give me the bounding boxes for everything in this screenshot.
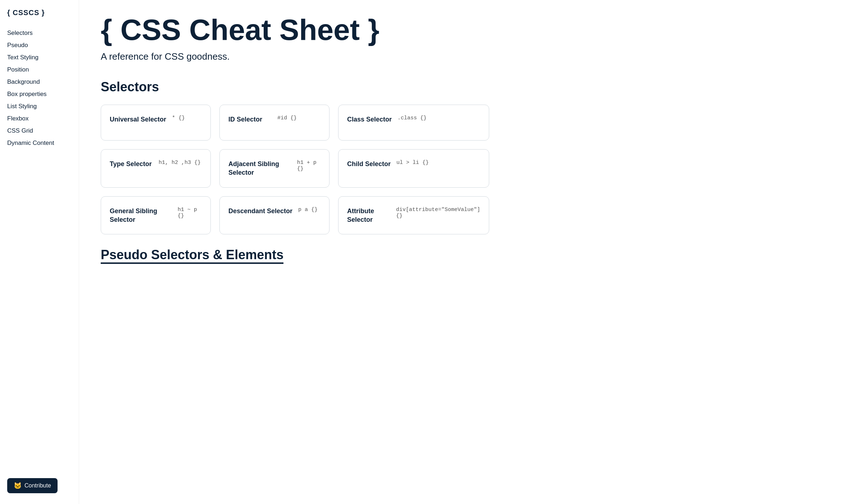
card-code: div[attribute="SomeValue"] {} bbox=[396, 207, 480, 219]
sidebar-item-box-properties[interactable]: Box properties bbox=[7, 88, 72, 100]
contribute-button[interactable]: 🐱 Contribute bbox=[7, 478, 58, 493]
cat-icon: 🐱 bbox=[14, 482, 22, 490]
selector-card: Descendant Selectorp a {} bbox=[219, 196, 329, 235]
selectors-section: Selectors Universal Selector* {}ID Selec… bbox=[101, 79, 489, 234]
selector-card: Class Selector.class {} bbox=[338, 105, 489, 141]
sidebar-nav: SelectorsPseudoText StylingPositionBackg… bbox=[7, 27, 72, 149]
main-content: { CSS Cheat Sheet } A reference for CSS … bbox=[79, 0, 511, 504]
sidebar-item-text-styling[interactable]: Text Styling bbox=[7, 51, 72, 64]
sidebar-logo: { CSSCS } bbox=[7, 9, 72, 17]
code-line: #id {} bbox=[277, 115, 297, 121]
selector-card: Adjacent Sibling Selectorh1 + p {} bbox=[219, 149, 329, 188]
card-title: Adjacent Sibling Selector bbox=[228, 160, 291, 177]
pseudo-section-title: Pseudo Selectors & Elements bbox=[101, 247, 489, 264]
card-title: General Sibling Selector bbox=[110, 207, 172, 224]
card-code: .class {} bbox=[397, 115, 427, 121]
card-code: p a {} bbox=[298, 207, 318, 213]
card-code: h1 ~ p {} bbox=[178, 207, 202, 219]
sidebar-item-background[interactable]: Background bbox=[7, 76, 72, 88]
card-title: Child Selector bbox=[347, 160, 391, 168]
sidebar-item-position[interactable]: Position bbox=[7, 64, 72, 76]
code-line: h1 + p {} bbox=[297, 160, 321, 172]
selector-card: Type Selectorh1, h2 ,h3 {} bbox=[101, 149, 211, 188]
card-title: Class Selector bbox=[347, 115, 392, 124]
sidebar-item-dynamic-content[interactable]: Dynamic Content bbox=[7, 137, 72, 149]
sidebar-item-selectors[interactable]: Selectors bbox=[7, 27, 72, 39]
sidebar-item-list-styling[interactable]: List Styling bbox=[7, 100, 72, 113]
card-title: Descendant Selector bbox=[228, 207, 292, 215]
card-title: Type Selector bbox=[110, 160, 153, 168]
sidebar-item-css-grid[interactable]: CSS Grid bbox=[7, 125, 72, 137]
card-code: #id {} bbox=[277, 115, 297, 121]
selector-card: Universal Selector* {} bbox=[101, 105, 211, 141]
selector-card: General Sibling Selectorh1 ~ p {} bbox=[101, 196, 211, 235]
page-title: { CSS Cheat Sheet } bbox=[101, 14, 489, 45]
code-line: * {} bbox=[172, 115, 185, 121]
selector-card: ID Selector#id {} bbox=[219, 105, 329, 141]
code-line: ul > li {} bbox=[396, 160, 429, 166]
sidebar-item-pseudo[interactable]: Pseudo bbox=[7, 39, 72, 51]
card-title: Attribute Selector bbox=[347, 207, 390, 224]
selector-card: Child Selectorul > li {} bbox=[338, 149, 489, 188]
card-code: h1 + p {} bbox=[297, 160, 321, 172]
card-title: ID Selector bbox=[228, 115, 272, 124]
code-line: h1, h2 ,h3 {} bbox=[159, 160, 201, 166]
selector-card: Attribute Selectordiv[attribute="SomeVal… bbox=[338, 196, 489, 235]
sidebar: { CSSCS } SelectorsPseudoText StylingPos… bbox=[0, 0, 79, 504]
code-line: h1 ~ p {} bbox=[178, 207, 202, 219]
code-line: p a {} bbox=[298, 207, 318, 213]
sidebar-item-flexbox[interactable]: Flexbox bbox=[7, 113, 72, 125]
page-subtitle: A reference for CSS goodness. bbox=[101, 51, 489, 62]
card-code: * {} bbox=[172, 115, 185, 121]
card-code: h1, h2 ,h3 {} bbox=[159, 160, 201, 166]
card-code: ul > li {} bbox=[396, 160, 429, 166]
contribute-label: Contribute bbox=[24, 482, 51, 489]
code-line: div[attribute="SomeValue"] {} bbox=[396, 207, 480, 219]
code-line: .class {} bbox=[397, 115, 427, 121]
pseudo-section: Pseudo Selectors & Elements bbox=[101, 247, 489, 264]
selectors-cards-grid: Universal Selector* {}ID Selector#id {}C… bbox=[101, 105, 489, 234]
card-title: Universal Selector bbox=[110, 115, 166, 124]
selectors-section-title: Selectors bbox=[101, 79, 489, 95]
